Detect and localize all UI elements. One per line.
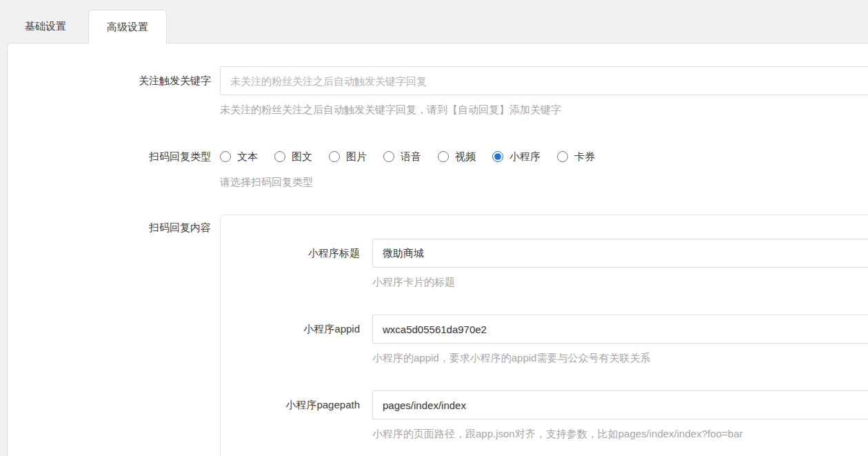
miniprogram-pagepath-input[interactable] <box>372 390 868 419</box>
form-row-reply-type: 扫码回复类型 文本 图文 图片 <box>8 149 868 189</box>
radio-option-voice[interactable]: 语音 <box>383 149 421 164</box>
miniprogram-appid-label: 小程序appid <box>221 315 372 344</box>
card-radio[interactable] <box>557 151 568 162</box>
radio-label: 小程序 <box>509 149 541 164</box>
tab-content-panel: 关注触发关键字 未关注的粉丝关注之后自动触发关键字回复，请到【自动回复】添加关键… <box>7 43 868 456</box>
reply-type-radio-group: 文本 图文 图片 语音 <box>220 149 868 164</box>
miniprogram-pagepath-label: 小程序pagepath <box>221 390 372 419</box>
radio-option-image-text[interactable]: 图文 <box>274 149 312 164</box>
form-row-miniprogram-appid: 小程序appid 小程序的appid，要求小程序的appid需要与公众号有关联关… <box>221 315 868 365</box>
voice-radio[interactable] <box>383 151 394 162</box>
miniprogram-radio[interactable] <box>492 151 503 162</box>
miniprogram-title-label: 小程序标题 <box>221 239 372 268</box>
miniprogram-appid-help: 小程序的appid，要求小程序的appid需要与公众号有关联关系 <box>372 350 868 365</box>
radio-option-video[interactable]: 视频 <box>438 149 476 164</box>
radio-option-text[interactable]: 文本 <box>220 149 258 164</box>
image-radio[interactable] <box>329 151 340 162</box>
miniprogram-appid-input[interactable] <box>372 315 868 344</box>
follow-keyword-label: 关注触发关键字 <box>8 66 220 95</box>
tab-basic-settings[interactable]: 基础设置 <box>7 10 84 43</box>
radio-label: 视频 <box>455 149 476 164</box>
text-radio[interactable] <box>220 151 231 162</box>
tab-advanced-settings[interactable]: 高级设置 <box>88 10 167 43</box>
form-row-miniprogram-title: 小程序标题 小程序卡片的标题 <box>221 239 868 289</box>
follow-keyword-help: 未关注的粉丝关注之后自动触发关键字回复，请到【自动回复】添加关键字 <box>220 102 868 117</box>
radio-option-miniprogram[interactable]: 小程序 <box>492 149 541 164</box>
miniprogram-title-input[interactable] <box>372 239 868 268</box>
video-radio[interactable] <box>438 151 449 162</box>
follow-keyword-input[interactable] <box>220 66 868 95</box>
settings-page: 基础设置 高级设置 关注触发关键字 未关注的粉丝关注之后自动触发关键字回复，请到… <box>0 0 868 456</box>
form-row-miniprogram-pagepath: 小程序pagepath 小程序的页面路径，跟app.json对齐，支持参数，比如… <box>221 390 868 441</box>
radio-label: 图文 <box>292 149 312 164</box>
miniprogram-settings-panel: 小程序标题 小程序卡片的标题 小程序appid 小程序的appid，要求小程序的… <box>220 215 868 456</box>
radio-label: 语音 <box>401 149 421 164</box>
form-row-follow-keyword: 关注触发关键字 未关注的粉丝关注之后自动触发关键字回复，请到【自动回复】添加关键… <box>8 66 868 117</box>
radio-label: 卡券 <box>574 149 595 164</box>
miniprogram-title-help: 小程序卡片的标题 <box>372 275 868 289</box>
radio-option-image[interactable]: 图片 <box>329 149 367 164</box>
radio-label: 文本 <box>237 149 258 164</box>
form-row-reply-content: 扫码回复内容 小程序标题 小程序卡片的标题 小程序appid <box>8 215 868 456</box>
radio-option-card[interactable]: 卡券 <box>557 149 595 164</box>
reply-content-label: 扫码回复内容 <box>8 215 220 235</box>
reply-type-label: 扫码回复类型 <box>8 149 220 164</box>
image-text-radio[interactable] <box>274 151 285 162</box>
radio-label: 图片 <box>346 149 367 164</box>
miniprogram-pagepath-help: 小程序的页面路径，跟app.json对齐，支持参数，比如pages/index/… <box>372 426 868 441</box>
tab-bar: 基础设置 高级设置 <box>0 0 868 43</box>
reply-type-help: 请选择扫码回复类型 <box>220 175 868 189</box>
